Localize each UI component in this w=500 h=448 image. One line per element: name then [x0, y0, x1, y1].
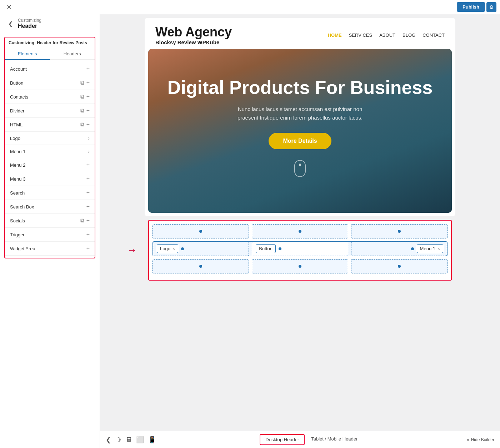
element-row-account[interactable]: Account +	[5, 62, 95, 76]
bottom-icons: ❮ ☽ 🖥 ⬜ 📱	[106, 436, 156, 444]
publish-button[interactable]: Publish	[457, 2, 485, 12]
element-row-html[interactable]: HTML ⧉ +	[5, 118, 95, 132]
copy-icon[interactable]: ⧉	[80, 217, 84, 224]
add-before-menu1[interactable]	[411, 247, 414, 250]
element-row-button[interactable]: Button ⧉ +	[5, 76, 95, 90]
element-row-search[interactable]: Search +	[5, 186, 95, 200]
builder-cell[interactable]	[252, 224, 348, 238]
plus-icon[interactable]: +	[86, 121, 90, 128]
builder-cell-button[interactable]: Button	[252, 242, 348, 256]
copy-icon[interactable]: ⧉	[80, 94, 84, 100]
close-button[interactable]: ✕	[4, 2, 14, 12]
back-bottom-icon[interactable]: ❮	[106, 436, 111, 444]
plus-icon[interactable]: +	[86, 80, 90, 86]
element-name: Menu 1	[10, 149, 25, 154]
back-button[interactable]: ❮	[6, 19, 15, 28]
builder-cell[interactable]	[152, 259, 249, 273]
element-name: Logo	[10, 136, 20, 141]
customizing-box: Customizing: Header for Review Posts Ele…	[4, 37, 95, 258]
remove-menu1-button[interactable]: ×	[438, 246, 440, 251]
plus-icon[interactable]: +	[86, 190, 90, 196]
hero-button[interactable]: More Details	[269, 133, 331, 149]
element-actions: ⧉ +	[80, 80, 90, 86]
plus-icon[interactable]: +	[86, 66, 90, 72]
element-name: Trigger	[10, 232, 25, 237]
remove-logo-button[interactable]: ×	[172, 246, 175, 251]
arrow-indicator: →	[127, 245, 137, 256]
plus-icon[interactable]: +	[86, 162, 90, 168]
builder-cell[interactable]	[152, 224, 249, 238]
element-name: Widget Area	[10, 246, 35, 251]
top-bar: ✕ Publish ⚙	[0, 0, 500, 14]
content-area: Web Agency Blocksy Review WPKube HOME SE…	[100, 14, 500, 448]
builder-row-main: Logo × Button	[152, 241, 448, 256]
mobile-icon[interactable]: 📱	[148, 436, 156, 444]
hide-builder-button[interactable]: ∨ Hide Builder	[466, 437, 494, 442]
element-row-menu1[interactable]: Menu 1 ›	[5, 145, 95, 158]
element-actions: +	[86, 176, 90, 182]
copy-icon[interactable]: ⧉	[80, 121, 84, 128]
plus-icon[interactable]: +	[86, 176, 90, 182]
gear-button[interactable]: ⚙	[486, 2, 496, 12]
plus-icon[interactable]: +	[86, 203, 90, 210]
tablet-mobile-header-tab[interactable]: Tablet / Mobile Header	[306, 434, 362, 445]
element-name: Button	[10, 80, 24, 86]
nav-link-services[interactable]: SERVICES	[349, 32, 372, 38]
cell-dot	[199, 230, 202, 233]
header-builder: Logo × Button	[148, 220, 452, 281]
element-row-logo[interactable]: Logo ›	[5, 132, 95, 145]
element-row-searchbox[interactable]: Search Box +	[5, 200, 95, 214]
tablet-icon[interactable]: ⬜	[136, 436, 144, 444]
element-actions: +	[86, 190, 90, 196]
builder-cell-logo[interactable]: Logo ×	[153, 242, 249, 256]
tab-elements[interactable]: Elements	[5, 48, 50, 60]
builder-cell-menu1[interactable]: Menu 1 ×	[351, 242, 447, 256]
tabs-row: Elements Headers	[5, 48, 95, 60]
builder-cell[interactable]	[252, 259, 348, 273]
element-row-menu2[interactable]: Menu 2 +	[5, 158, 95, 172]
nav-link-about[interactable]: ABOUT	[379, 32, 395, 38]
element-row-trigger[interactable]: Trigger +	[5, 228, 95, 242]
scroll-dot	[299, 163, 301, 166]
copy-icon[interactable]: ⧉	[80, 107, 84, 114]
desktop-icon[interactable]: 🖥	[125, 436, 132, 443]
element-row-contacts[interactable]: Contacts ⧉ +	[5, 90, 95, 104]
add-after-logo[interactable]	[181, 247, 184, 250]
site-title: Web Agency	[155, 25, 232, 39]
plus-icon[interactable]: +	[86, 245, 90, 252]
tab-headers[interactable]: Headers	[50, 48, 95, 60]
elements-list: Account + Button ⧉ + Contacts	[5, 60, 95, 258]
hero-content: Digital Products For Business Nunc lacus…	[159, 77, 441, 177]
hero-section: Digital Products For Business Nunc lacus…	[148, 49, 452, 213]
publish-label: Publish	[462, 4, 479, 10]
plus-icon[interactable]: +	[86, 217, 90, 224]
element-row-widgetarea[interactable]: Widget Area +	[5, 242, 95, 256]
element-row-socials[interactable]: Socials ⧉ +	[5, 214, 95, 228]
builder-cell[interactable]	[351, 224, 448, 238]
element-name: Contacts	[10, 94, 28, 100]
element-actions: +	[86, 162, 90, 168]
element-row-divider[interactable]: Divider ⧉ +	[5, 104, 95, 118]
element-row-menu3[interactable]: Menu 3 +	[5, 172, 95, 186]
builder-cell[interactable]	[351, 259, 448, 273]
nav-link-home[interactable]: HOME	[328, 32, 342, 38]
plus-icon[interactable]: +	[86, 94, 90, 100]
chevron-right-icon[interactable]: ›	[88, 149, 90, 154]
plus-icon[interactable]: +	[86, 107, 90, 114]
element-label: Menu 1	[420, 246, 435, 251]
element-name: Menu 2	[10, 162, 25, 168]
chevron-right-icon[interactable]: ›	[88, 135, 90, 141]
add-after-button[interactable]	[279, 247, 281, 250]
element-name: Search	[10, 190, 25, 196]
nav-link-blog[interactable]: BLOG	[402, 32, 415, 38]
sidebar-nav-title: Header	[18, 23, 41, 29]
nav-link-contact[interactable]: CONTACT	[422, 32, 445, 38]
moon-icon[interactable]: ☽	[115, 436, 121, 444]
desktop-header-tab[interactable]: Desktop Header	[260, 434, 305, 445]
copy-icon[interactable]: ⧉	[80, 80, 84, 86]
element-actions: +	[86, 203, 90, 210]
element-actions: ›	[88, 135, 90, 141]
sidebar-nav-label: Customizing	[18, 18, 41, 23]
element-actions: +	[86, 66, 90, 72]
plus-icon[interactable]: +	[86, 231, 90, 238]
